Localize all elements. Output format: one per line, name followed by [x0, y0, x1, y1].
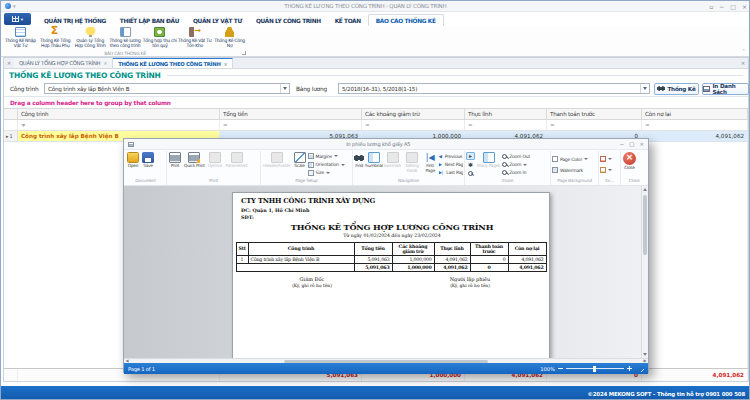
- cell-con-no-lai[interactable]: 4,091,062: [642, 131, 748, 141]
- margins-icon: [308, 153, 314, 159]
- tab-close-icon[interactable]: ×: [103, 60, 107, 66]
- zoom-out-button[interactable]: Zoom Out: [502, 154, 530, 159]
- first-page-button[interactable]: First Page: [423, 151, 438, 178]
- export-document-button[interactable]: [600, 156, 612, 162]
- close-icon[interactable]: ×: [742, 3, 747, 10]
- quick-print-button[interactable]: Quick Print: [183, 151, 206, 178]
- thong-ke-luong-theo-cong-trinh-button[interactable]: Thống kê lương theo công trình: [108, 26, 143, 50]
- thong-ke-tong-hop-thau-phu-button[interactable]: Thống Kê Tổng Hợp Thầu Phụ: [38, 26, 73, 50]
- bookmarks-label: Bookmarks: [384, 164, 401, 169]
- salary-report-icon: [120, 27, 131, 37]
- app-status-bar: ©2024 MEKONG SOFT - Thông tin hỗ trợ 090…: [1, 386, 750, 400]
- bang-luong-combobox[interactable]: 5/2018(16-31), 5/2018(1-15): [338, 83, 650, 94]
- previous-page-button[interactable]: Previous Page: [439, 154, 463, 159]
- dialog-titlebar[interactable]: In phiếu lương khổ giấy A5 − □ ×: [124, 139, 648, 150]
- ribbon-tab-bao-cao-thong-ke[interactable]: BÁO CÁO THỐNG KÊ: [368, 14, 444, 26]
- margins-button[interactable]: Margins: [308, 153, 345, 159]
- size-button[interactable]: Size: [308, 170, 345, 176]
- minimize-icon[interactable]: −: [719, 3, 724, 10]
- column-header-cong-trinh[interactable]: Công trình: [18, 109, 220, 119]
- scroll-down-icon[interactable]: [642, 351, 648, 358]
- ribbon-tab-thiet-lap-ban-dau[interactable]: THIẾT LẬP BAN ĐẦU: [113, 15, 186, 26]
- send-caret-icon: [608, 169, 612, 171]
- thong-ke-vat-tu-ton-kho-button[interactable]: Thống Kê Vật Tư Tồn Kho: [177, 26, 212, 50]
- thong-ke-button[interactable]: Thống Kê: [654, 83, 699, 95]
- print-button[interactable]: Print: [168, 151, 182, 178]
- quan-ly-tong-hop-cong-trinh-button[interactable]: Quản Lý Tổng Hợp Công Trình: [73, 26, 108, 50]
- zoom-slider-thumb[interactable]: [593, 366, 596, 372]
- orientation-button[interactable]: Orientation: [308, 162, 345, 168]
- tab-close-icon[interactable]: ×: [224, 61, 228, 67]
- filter-indicator-cell: [4, 120, 18, 130]
- send-document-button[interactable]: [600, 167, 612, 173]
- many-pages-button[interactable]: Many Pages: [476, 151, 501, 178]
- close-preview-button[interactable]: Close: [622, 151, 637, 178]
- filter-cell-tong-tien[interactable]: =: [220, 120, 362, 130]
- zoom-slider[interactable]: [566, 368, 624, 369]
- pointer-tool-icon[interactable]: ▸: [466, 152, 475, 160]
- last-page-button[interactable]: Last Page: [439, 170, 463, 175]
- ribbon-tab-ke-toan[interactable]: KẾ TOÁN: [328, 15, 368, 26]
- watermark-button[interactable]: Watermark: [552, 167, 588, 173]
- zoom-in-button[interactable]: Zoom In: [502, 170, 530, 175]
- ribbon-tab-quan-ly-vat-tu[interactable]: QUẢN LÝ VẬT TƯ: [186, 15, 249, 26]
- group-dialog-launcher-icon[interactable]: [242, 51, 246, 55]
- preview-vertical-scrollbar[interactable]: [641, 186, 648, 358]
- column-header-thuc-linh[interactable]: Thực lĩnh: [465, 109, 547, 119]
- filter-cell-giam-tru[interactable]: =: [362, 120, 465, 130]
- ribbon-button-label: Thống kê lương theo công trình: [108, 38, 143, 48]
- filter-cell-cong-trinh[interactable]: [18, 120, 220, 130]
- in-danh-sach-button[interactable]: In Danh Sách: [702, 83, 749, 95]
- hand-tool-icon[interactable]: ✱: [466, 161, 475, 169]
- size-label: Size: [316, 170, 324, 175]
- app-menu-button[interactable]: ▾: [4, 13, 31, 25]
- dialog-close-icon[interactable]: ×: [639, 141, 644, 147]
- thumbnails-button[interactable]: Thumbnails: [365, 151, 383, 178]
- ribbon-tab-quan-ly-cong-trinh[interactable]: QUẢN LÝ CÔNG TRÌNH: [249, 15, 328, 26]
- group-by-hint-row[interactable]: Drag a column header here to group by th…: [4, 96, 748, 108]
- column-header-con-no-lai[interactable]: Còn nợ lại: [642, 109, 748, 119]
- quick-access-caret-icon[interactable]: ▾: [13, 3, 16, 9]
- scale-button[interactable]: Scale: [293, 151, 307, 178]
- tong-hop-thu-chi-ton-quy-button[interactable]: Tổng hợp thu chi tồn quỹ: [142, 26, 177, 50]
- tab-strip-close-icon[interactable]: ×: [4, 58, 14, 68]
- scroll-thumb[interactable]: [643, 195, 647, 255]
- page-color-button[interactable]: Page Color: [552, 156, 588, 162]
- zoom-out-minus-icon[interactable]: [558, 368, 563, 369]
- thong-ke-nhap-vat-tu-button[interactable]: Thống Kê Nhập Vật Tư: [3, 26, 38, 50]
- ribbon-tab-quan-tri-he-thong[interactable]: QUẢN TRỊ HỆ THỐNG: [37, 15, 113, 26]
- save-button[interactable]: Save: [141, 151, 155, 178]
- dialog-maximize-icon[interactable]: □: [629, 141, 634, 147]
- find-button[interactable]: Find: [354, 151, 364, 178]
- dialog-minimize-icon[interactable]: −: [620, 141, 625, 147]
- chevron-down-icon[interactable]: [280, 84, 289, 93]
- open-button[interactable]: Open: [126, 151, 140, 178]
- column-header-thanh-toan-truoc[interactable]: Thanh toán trước: [547, 109, 642, 119]
- thong-ke-cong-no-button[interactable]: Thống Kê Công Nợ: [212, 26, 247, 50]
- group-label-zoom: Zoom: [466, 178, 549, 185]
- tab-thong-ke-luong-theo-cong-trinh[interactable]: THỐNG KÊ LƯƠNG THEO CÔNG TRÌNH ×: [113, 58, 233, 68]
- zoom-in-plus-icon[interactable]: [627, 368, 632, 369]
- ribbon-collapse-icon[interactable]: ˄: [743, 48, 746, 54]
- toolbar-group-page-background: Page Color Watermark Page Background: [551, 151, 599, 185]
- maximize-icon[interactable]: □: [730, 3, 736, 10]
- filter-cell-con-no-lai[interactable]: =: [642, 120, 748, 130]
- zoom-cursor-icon[interactable]: [466, 169, 475, 177]
- window-style-icon[interactable]: ▫: [709, 3, 713, 10]
- cong-trinh-label: Công trình: [10, 86, 38, 92]
- filter-cell-thanh-toan-truoc[interactable]: =: [547, 120, 642, 130]
- cong-trinh-combobox[interactable]: Công trình xây lắp Bệnh Viện B: [44, 83, 290, 94]
- bulb-icon: [85, 27, 96, 37]
- column-header-tong-tien[interactable]: Tổng tiền: [220, 109, 362, 119]
- filter-cell-thuc-linh[interactable]: =: [465, 120, 547, 130]
- resize-grip[interactable]: [638, 366, 644, 372]
- zoom-button[interactable]: Zoom: [502, 162, 530, 167]
- panel-close-icon[interactable]: ×: [738, 58, 748, 68]
- editing-fields-icon: [406, 152, 418, 163]
- zoom-out-icon: [502, 154, 507, 159]
- column-header-giam-tru[interactable]: Các khoảng giảm trừ: [362, 109, 465, 119]
- next-page-button[interactable]: Next Page: [439, 162, 463, 167]
- chevron-down-icon[interactable]: [640, 84, 649, 93]
- tab-quan-ly-tong-hop-cong-trinh[interactable]: QUẢN LÝ TỔNG HỢP CÔNG TRÌNH ×: [14, 58, 113, 68]
- scroll-up-icon[interactable]: [642, 186, 648, 193]
